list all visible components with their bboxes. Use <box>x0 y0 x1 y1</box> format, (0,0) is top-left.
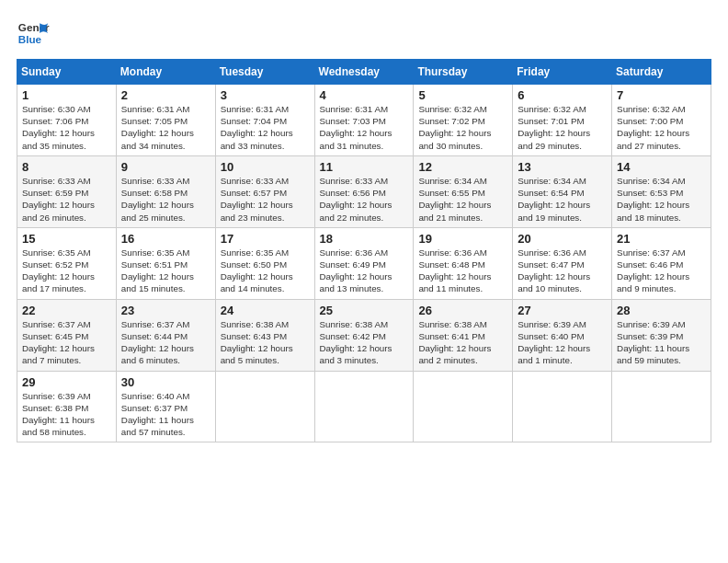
calendar-cell: 19 Sunrise: 6:36 AM Sunset: 6:48 PM Dayl… <box>414 227 513 299</box>
calendar-cell: 28 Sunrise: 6:39 AM Sunset: 6:39 PM Dayl… <box>612 299 711 371</box>
calendar-cell: 11 Sunrise: 6:33 AM Sunset: 6:56 PM Dayl… <box>314 155 414 227</box>
day-info: Sunrise: 6:32 AM Sunset: 7:02 PM Dayligh… <box>418 103 507 152</box>
day-info: Sunrise: 6:36 AM Sunset: 6:49 PM Dayligh… <box>320 247 409 295</box>
calendar-cell: 13 Sunrise: 6:34 AM Sunset: 6:54 PM Dayl… <box>513 155 612 227</box>
day-info: Sunrise: 6:39 AM Sunset: 6:40 PM Dayligh… <box>518 318 607 367</box>
day-info: Sunrise: 6:32 AM Sunset: 7:00 PM Dayligh… <box>617 103 706 152</box>
calendar-cell <box>513 371 612 442</box>
day-number: 4 <box>320 88 409 102</box>
calendar-header: SundayMondayTuesdayWednesdayThursdayFrid… <box>17 60 711 85</box>
day-number: 30 <box>121 375 210 389</box>
logo: General Blue <box>17 17 50 50</box>
calendar-week-1: 1 Sunrise: 6:30 AM Sunset: 7:06 PM Dayli… <box>17 85 711 156</box>
day-header-saturday: Saturday <box>612 60 711 85</box>
day-number: 6 <box>518 88 607 102</box>
day-info: Sunrise: 6:38 AM Sunset: 6:41 PM Dayligh… <box>418 318 507 367</box>
day-number: 20 <box>518 232 607 246</box>
day-info: Sunrise: 6:32 AM Sunset: 7:01 PM Dayligh… <box>518 103 607 152</box>
logo-icon: General Blue <box>17 17 50 50</box>
day-header-wednesday: Wednesday <box>314 60 414 85</box>
day-info: Sunrise: 6:38 AM Sunset: 6:43 PM Dayligh… <box>221 318 310 367</box>
calendar-cell <box>314 371 414 442</box>
day-number: 28 <box>617 304 706 317</box>
calendar-cell: 18 Sunrise: 6:36 AM Sunset: 6:49 PM Dayl… <box>314 227 414 299</box>
calendar-cell <box>215 371 314 442</box>
day-info: Sunrise: 6:39 AM Sunset: 6:38 PM Dayligh… <box>22 390 111 439</box>
calendar-cell: 23 Sunrise: 6:37 AM Sunset: 6:44 PM Dayl… <box>116 299 215 371</box>
day-number: 26 <box>418 304 507 317</box>
day-number: 5 <box>418 88 507 102</box>
day-number: 2 <box>121 88 210 102</box>
calendar-cell: 7 Sunrise: 6:32 AM Sunset: 7:00 PM Dayli… <box>612 85 711 156</box>
calendar-table: SundayMondayTuesdayWednesdayThursdayFrid… <box>17 59 711 442</box>
day-header-thursday: Thursday <box>414 60 513 85</box>
day-number: 23 <box>121 304 210 317</box>
day-info: Sunrise: 6:34 AM Sunset: 6:54 PM Dayligh… <box>518 175 607 224</box>
calendar-cell: 16 Sunrise: 6:35 AM Sunset: 6:51 PM Dayl… <box>116 227 215 299</box>
day-info: Sunrise: 6:37 AM Sunset: 6:46 PM Dayligh… <box>617 247 706 295</box>
day-number: 21 <box>617 232 706 246</box>
day-number: 13 <box>518 160 607 174</box>
day-info: Sunrise: 6:31 AM Sunset: 7:05 PM Dayligh… <box>121 103 210 152</box>
day-info: Sunrise: 6:33 AM Sunset: 6:56 PM Dayligh… <box>320 175 409 224</box>
calendar-cell: 24 Sunrise: 6:38 AM Sunset: 6:43 PM Dayl… <box>215 299 314 371</box>
day-number: 11 <box>320 160 409 174</box>
calendar-cell: 21 Sunrise: 6:37 AM Sunset: 6:46 PM Dayl… <box>612 227 711 299</box>
calendar-cell: 1 Sunrise: 6:30 AM Sunset: 7:06 PM Dayli… <box>17 85 117 156</box>
day-number: 3 <box>221 88 310 102</box>
calendar-week-4: 22 Sunrise: 6:37 AM Sunset: 6:45 PM Dayl… <box>17 299 711 371</box>
calendar-cell: 6 Sunrise: 6:32 AM Sunset: 7:01 PM Dayli… <box>513 85 612 156</box>
calendar-cell: 22 Sunrise: 6:37 AM Sunset: 6:45 PM Dayl… <box>17 299 117 371</box>
calendar-cell: 10 Sunrise: 6:33 AM Sunset: 6:57 PM Dayl… <box>215 155 314 227</box>
day-number: 17 <box>221 232 310 246</box>
calendar-week-3: 15 Sunrise: 6:35 AM Sunset: 6:52 PM Dayl… <box>17 227 711 299</box>
calendar-cell: 15 Sunrise: 6:35 AM Sunset: 6:52 PM Dayl… <box>17 227 117 299</box>
page-container: General Blue SundayMondayTuesdayWednesda… <box>0 0 728 452</box>
calendar-cell: 9 Sunrise: 6:33 AM Sunset: 6:58 PM Dayli… <box>116 155 215 227</box>
day-number: 19 <box>418 232 507 246</box>
day-number: 27 <box>518 304 607 317</box>
day-info: Sunrise: 6:37 AM Sunset: 6:44 PM Dayligh… <box>121 318 210 367</box>
day-header-monday: Monday <box>116 60 215 85</box>
day-number: 18 <box>320 232 409 246</box>
day-info: Sunrise: 6:35 AM Sunset: 6:52 PM Dayligh… <box>22 247 111 295</box>
day-info: Sunrise: 6:37 AM Sunset: 6:45 PM Dayligh… <box>22 318 111 367</box>
header-row: General Blue <box>17 17 711 50</box>
calendar-cell: 2 Sunrise: 6:31 AM Sunset: 7:05 PM Dayli… <box>116 85 215 156</box>
day-info: Sunrise: 6:40 AM Sunset: 6:37 PM Dayligh… <box>121 390 210 439</box>
day-info: Sunrise: 6:33 AM Sunset: 6:57 PM Dayligh… <box>221 175 310 224</box>
day-number: 22 <box>22 304 111 317</box>
calendar-cell: 3 Sunrise: 6:31 AM Sunset: 7:04 PM Dayli… <box>215 85 314 156</box>
calendar-week-2: 8 Sunrise: 6:33 AM Sunset: 6:59 PM Dayli… <box>17 155 711 227</box>
day-info: Sunrise: 6:35 AM Sunset: 6:50 PM Dayligh… <box>221 247 310 295</box>
day-number: 25 <box>320 304 409 317</box>
calendar-cell: 20 Sunrise: 6:36 AM Sunset: 6:47 PM Dayl… <box>513 227 612 299</box>
calendar-cell <box>612 371 711 442</box>
day-number: 15 <box>22 232 111 246</box>
day-number: 24 <box>221 304 310 317</box>
day-header-friday: Friday <box>513 60 612 85</box>
day-info: Sunrise: 6:30 AM Sunset: 7:06 PM Dayligh… <box>22 103 111 152</box>
calendar-cell: 4 Sunrise: 6:31 AM Sunset: 7:03 PM Dayli… <box>314 85 414 156</box>
calendar-cell: 17 Sunrise: 6:35 AM Sunset: 6:50 PM Dayl… <box>215 227 314 299</box>
day-info: Sunrise: 6:35 AM Sunset: 6:51 PM Dayligh… <box>121 247 210 295</box>
day-info: Sunrise: 6:33 AM Sunset: 6:58 PM Dayligh… <box>121 175 210 224</box>
day-info: Sunrise: 6:39 AM Sunset: 6:39 PM Dayligh… <box>617 318 706 367</box>
svg-text:Blue: Blue <box>18 33 42 45</box>
day-number: 12 <box>418 160 507 174</box>
calendar-cell: 5 Sunrise: 6:32 AM Sunset: 7:02 PM Dayli… <box>414 85 513 156</box>
day-number: 9 <box>121 160 210 174</box>
day-number: 14 <box>617 160 706 174</box>
calendar-body: 1 Sunrise: 6:30 AM Sunset: 7:06 PM Dayli… <box>17 85 711 442</box>
calendar-cell: 27 Sunrise: 6:39 AM Sunset: 6:40 PM Dayl… <box>513 299 612 371</box>
day-info: Sunrise: 6:31 AM Sunset: 7:04 PM Dayligh… <box>221 103 310 152</box>
calendar-cell: 12 Sunrise: 6:34 AM Sunset: 6:55 PM Dayl… <box>414 155 513 227</box>
day-number: 16 <box>121 232 210 246</box>
day-info: Sunrise: 6:34 AM Sunset: 6:53 PM Dayligh… <box>617 175 706 224</box>
calendar-cell: 29 Sunrise: 6:39 AM Sunset: 6:38 PM Dayl… <box>17 371 117 442</box>
calendar-cell: 25 Sunrise: 6:38 AM Sunset: 6:42 PM Dayl… <box>314 299 414 371</box>
day-number: 7 <box>617 88 706 102</box>
day-info: Sunrise: 6:36 AM Sunset: 6:47 PM Dayligh… <box>518 247 607 295</box>
day-info: Sunrise: 6:33 AM Sunset: 6:59 PM Dayligh… <box>22 175 111 224</box>
day-info: Sunrise: 6:36 AM Sunset: 6:48 PM Dayligh… <box>418 247 507 295</box>
